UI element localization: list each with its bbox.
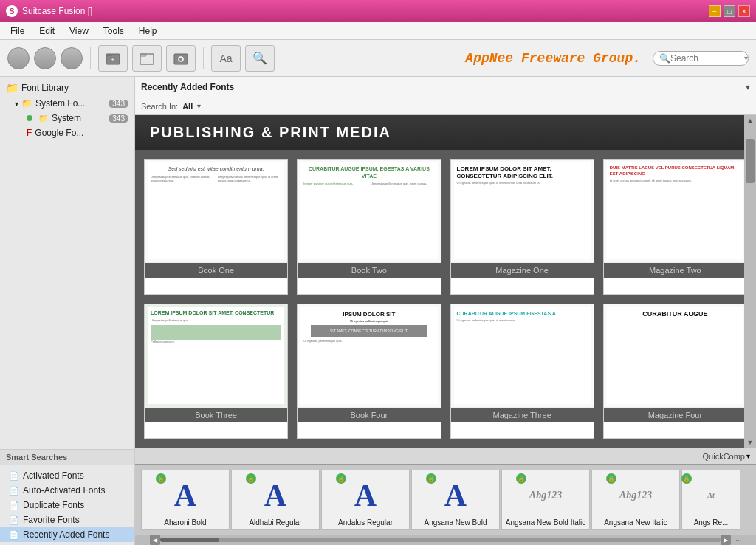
lock-icon-aharoni: 🔒 bbox=[156, 473, 166, 484]
font-name-andalus: Andalus Regular bbox=[338, 518, 393, 527]
sidebar-item-duplicate-fonts[interactable]: 📄 Duplicate Fonts bbox=[0, 498, 134, 513]
search-in-bar: Search In: All ▾ bbox=[135, 97, 756, 115]
preview-grid: Sed sed nisl est, vitae condimentum urna… bbox=[135, 150, 756, 448]
preview-card-magazine-four[interactable]: CURABITUR AUGUE Magazine Four bbox=[603, 304, 747, 439]
menu-view[interactable]: View bbox=[62, 24, 96, 38]
font-name-angsana-re: Angs Re... bbox=[694, 518, 729, 527]
search-icon: 🔍 bbox=[659, 53, 670, 64]
font-strip-dots: ··· bbox=[735, 536, 741, 544]
title-bar: S Suitcase Fusion [] − □ × bbox=[0, 0, 756, 22]
font-preview-angsana-italic: 🔒 Abg123 bbox=[606, 473, 665, 517]
sidebar-library-section: 📁 Font Library ▾ 📁 System Fo... 343 📁 Sy… bbox=[0, 77, 134, 143]
system-fonts-badge: 343 bbox=[109, 100, 128, 108]
search-in-value[interactable]: All bbox=[182, 102, 193, 111]
font-preview-angsana-bold: 🔒 A bbox=[426, 473, 485, 517]
search-input[interactable] bbox=[670, 53, 744, 64]
sidebar-item-favorite-fonts[interactable]: 📄 Favorite Fonts bbox=[0, 513, 134, 527]
magazine-four-label: Magazine Four bbox=[604, 408, 746, 422]
font-name-aharoni: Aharoni Bold bbox=[164, 518, 206, 527]
new-library-button[interactable]: + bbox=[98, 45, 128, 72]
font-item-aharoni-bold[interactable]: 🔒 A Aharoni Bold bbox=[141, 470, 230, 530]
font-item-aldhabi[interactable]: 🔒 A Aldhabi Regular bbox=[231, 470, 320, 530]
magazine-three-label: Magazine Three bbox=[451, 408, 594, 422]
quickcomp-label[interactable]: QuickComp bbox=[703, 452, 745, 461]
preview-card-magazine-two[interactable]: DUIS MATTIS LACUS VEL PURUS CONSECTETUA … bbox=[603, 159, 747, 295]
minimize-button[interactable]: − bbox=[709, 5, 721, 17]
preview-card-book-two[interactable]: CURABITUR AUGUE IPSUM, EGESTAS A VARIUS … bbox=[297, 159, 441, 295]
font-item-angsana-re[interactable]: 🔒 At Angs Re... bbox=[681, 470, 740, 530]
book-three-label: Book Three bbox=[145, 408, 287, 422]
search-in-label: Search In: bbox=[141, 102, 178, 111]
activated-fonts-label: Activated Fonts bbox=[23, 470, 84, 481]
font-preview-button[interactable]: Aa bbox=[211, 45, 241, 72]
font-strip-prev[interactable]: ◀ bbox=[150, 535, 160, 545]
lock-icon-andalus: 🔒 bbox=[336, 473, 346, 484]
menu-file[interactable]: File bbox=[3, 24, 32, 38]
magazine-one-label: Magazine One bbox=[451, 263, 594, 278]
search-button[interactable]: 🔍 bbox=[245, 45, 275, 72]
green-dot bbox=[27, 115, 32, 121]
sidebar-item-google-fonts[interactable]: F Google Fo... bbox=[0, 126, 134, 140]
font-name-angsana-bold: Angsana New Bold bbox=[424, 518, 487, 527]
sidebar-item-font-library[interactable]: 📁 Font Library bbox=[0, 80, 134, 96]
settings-button[interactable] bbox=[166, 45, 196, 72]
quickcomp-drop-icon[interactable]: ▾ bbox=[746, 452, 750, 460]
brand-text: AppNee Freeware Group. bbox=[465, 51, 641, 66]
favorite-fonts-label: Favorite Fonts bbox=[23, 515, 80, 525]
close-button[interactable]: × bbox=[738, 5, 750, 17]
sidebar-item-recently-added[interactable]: 📄 Recently Added Fonts bbox=[0, 527, 134, 542]
menu-help[interactable]: Help bbox=[131, 24, 165, 38]
font-library-label: Font Library bbox=[21, 83, 69, 93]
preview-card-img-book-four: IPSUM DOLOR SIT Ut egestas pellentesque … bbox=[298, 304, 440, 408]
book-one-label: Book One bbox=[145, 263, 287, 278]
font-item-andalus[interactable]: 🔒 A Andalus Regular bbox=[321, 470, 410, 530]
new-set-button[interactable] bbox=[132, 45, 162, 72]
sidebar-item-system-fonts[interactable]: ▾ 📁 System Fo... 343 bbox=[0, 96, 134, 111]
preview-card-img-book-two: CURABITUR AUGUE IPSUM, EGESTAS A VARIUS … bbox=[298, 160, 440, 263]
preview-scrollbar[interactable]: ▲ ▼ bbox=[744, 115, 756, 448]
preview-card-book-four[interactable]: IPSUM DOLOR SIT Ut egestas pellentesque … bbox=[297, 304, 441, 439]
content-title: Recently Added Fonts bbox=[141, 82, 740, 92]
font-name-aldhabi: Aldhabi Regular bbox=[249, 518, 301, 527]
font-name-angsana-italic: Angsana New Italic bbox=[604, 518, 667, 527]
preview-card-img-book-three: LOREM IPSUM DOLOR SIT AMET, CONSECTETUR … bbox=[145, 304, 287, 408]
font-item-angsana-bold-italic[interactable]: 🔒 Abg123 Angsana New Bold Italic bbox=[501, 470, 590, 530]
font-strip-thumb[interactable] bbox=[160, 538, 219, 542]
magazine-two-label: Magazine Two bbox=[604, 263, 746, 278]
scrollbar-thumb[interactable] bbox=[746, 139, 755, 183]
preview-card-magazine-three[interactable]: CURABITUR AUGUE IPSUM EGESTAS A Ut egest… bbox=[450, 304, 594, 439]
sidebar-item-activated-fonts[interactable]: 📄 Activated Fonts bbox=[0, 468, 134, 483]
font-strip-scrollbar[interactable]: ◀ ▶ ··· bbox=[135, 535, 756, 545]
font-item-angsana-bold[interactable]: 🔒 A Angsana New Bold bbox=[411, 470, 500, 530]
book-two-label: Book Two bbox=[298, 263, 440, 278]
toolbar-circle-2 bbox=[34, 47, 56, 69]
preview-card-magazine-one[interactable]: LOREM IPSUM DOLOR SIT AMET, CONSECTETUR … bbox=[450, 159, 594, 295]
preview-card-img-magazine-four: CURABITUR AUGUE bbox=[604, 304, 746, 408]
search-in-drop-icon[interactable]: ▾ bbox=[197, 102, 201, 110]
search-bar[interactable]: 🔍 ▾ bbox=[653, 51, 749, 66]
svg-rect-3 bbox=[140, 54, 154, 64]
menu-tools[interactable]: Tools bbox=[96, 24, 131, 38]
title-bar-text: Suitcase Fusion [] bbox=[22, 6, 92, 16]
font-preview-aldhabi: 🔒 A bbox=[246, 473, 305, 517]
duplicate-fonts-label: Duplicate Fonts bbox=[23, 500, 84, 510]
sidebar-item-auto-activated[interactable]: 📄 Auto-Activated Fonts bbox=[0, 483, 134, 498]
search-dropdown-icon[interactable]: ▾ bbox=[744, 54, 748, 62]
folder-icon: 📁 bbox=[6, 82, 18, 94]
maximize-button[interactable]: □ bbox=[724, 5, 735, 17]
book-four-label: Book Four bbox=[298, 408, 440, 422]
menu-edit[interactable]: Edit bbox=[32, 24, 62, 38]
font-item-angsana-italic[interactable]: 🔒 Abg123 Angsana New Italic bbox=[591, 470, 680, 530]
preview-banner: PUBLISHING & PRINT MEDIA bbox=[135, 115, 756, 150]
font-strip: 🔒 A Aharoni Bold 🔒 A Aldhabi Regular bbox=[135, 464, 756, 545]
content-dropdown-icon[interactable]: ▾ bbox=[746, 82, 750, 92]
smart-searches-header: Smart Searches bbox=[0, 449, 134, 465]
preview-card-book-one[interactable]: Sed sed nisl est, vitae condimentum urna… bbox=[144, 159, 288, 295]
preview-area: PUBLISHING & PRINT MEDIA Sed sed nisl es… bbox=[135, 115, 756, 448]
font-strip-next[interactable]: ▶ bbox=[721, 535, 731, 545]
preview-card-book-three[interactable]: LOREM IPSUM DOLOR SIT AMET, CONSECTETUR … bbox=[144, 304, 288, 439]
recently-added-label: Recently Added Fonts bbox=[23, 529, 109, 540]
font-preview-andalus: 🔒 A bbox=[336, 473, 395, 517]
font-preview-angsana-bold-italic: 🔒 Abg123 bbox=[516, 473, 575, 517]
sidebar-item-system[interactable]: 📁 System 343 bbox=[0, 111, 134, 126]
